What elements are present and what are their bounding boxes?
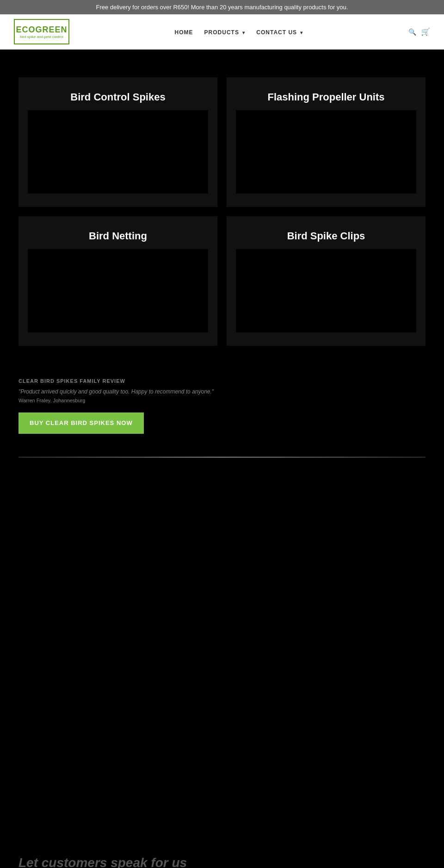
product-image-bird-netting: [28, 249, 208, 332]
nav-link-contact[interactable]: CONTACT US ▾: [256, 29, 303, 36]
cta-buy-button[interactable]: BUY CLEAR BIRd SPIKES Now: [18, 412, 144, 434]
product-title-flashing-propeller: Flashing Propeller Units: [267, 91, 384, 103]
product-image-flashing-propeller: [236, 110, 416, 194]
large-black-section: [0, 467, 444, 837]
products-dropdown-icon: ▾: [242, 30, 245, 35]
testimonial-section: CLEAR BIRD SPIKES FAMILY REVIEW "Product…: [0, 364, 444, 448]
product-card-bird-control-spikes[interactable]: Bird Control Spikes: [18, 77, 217, 207]
logo-subtitle: bird spike and pest control: [20, 35, 63, 39]
main-nav: HOME PRODUCTS ▾ CONTACT US ▾: [175, 28, 303, 36]
customers-heading: Let customers speak for us: [18, 856, 426, 868]
testimonial-author: Warren Fraley, Johannesburg: [18, 398, 426, 403]
product-title-bird-spike-clips: Bird Spike Clips: [287, 230, 365, 242]
products-grid: Bird Control Spikes Flashing Propeller U…: [18, 77, 426, 346]
top-banner: Free delivery for orders over R650! More…: [0, 0, 444, 14]
customers-section: Let customers speak for us from 88 revie…: [0, 837, 444, 868]
testimonial-heading: CLEAR BIRD SPIKES FAMILY REVIEW: [18, 378, 426, 384]
product-image-bird-spike-clips: [236, 249, 416, 332]
testimonial-quote: "Product arrived quickly and good qualit…: [18, 388, 250, 395]
product-image-bird-control-spikes: [28, 110, 208, 194]
product-title-bird-netting: Bird Netting: [89, 230, 147, 242]
nav-link-home[interactable]: HOME: [175, 29, 193, 36]
logo-area: ECOGREEN bird spike and pest control: [14, 19, 69, 44]
nav-item-products[interactable]: PRODUCTS ▾: [204, 28, 246, 36]
products-section: Bird Control Spikes Flashing Propeller U…: [0, 50, 444, 364]
contact-dropdown-icon: ▾: [300, 30, 303, 35]
search-icon[interactable]: 🔍: [408, 28, 416, 36]
nav-item-contact[interactable]: CONTACT US ▾: [256, 28, 303, 36]
nav-link-products[interactable]: PRODUCTS ▾: [204, 29, 246, 36]
product-card-bird-spike-clips[interactable]: Bird Spike Clips: [227, 216, 426, 346]
logo-box[interactable]: ECOGREEN bird spike and pest control: [14, 19, 69, 44]
cart-button[interactable]: 🛒: [421, 27, 430, 36]
product-card-flashing-propeller[interactable]: Flashing Propeller Units: [227, 77, 426, 207]
nav-item-home[interactable]: HOME: [175, 28, 193, 36]
product-card-bird-netting[interactable]: Bird Netting: [18, 216, 217, 346]
product-title-bird-control-spikes: Bird Control Spikes: [70, 91, 165, 103]
section-divider: [18, 457, 426, 457]
logo-name: ECOGREEN: [16, 25, 67, 35]
banner-text: Free delivery for orders over R650! More…: [96, 4, 348, 11]
nav-right: 🔍 🛒: [408, 27, 430, 36]
header: ECOGREEN bird spike and pest control HOM…: [0, 14, 444, 50]
